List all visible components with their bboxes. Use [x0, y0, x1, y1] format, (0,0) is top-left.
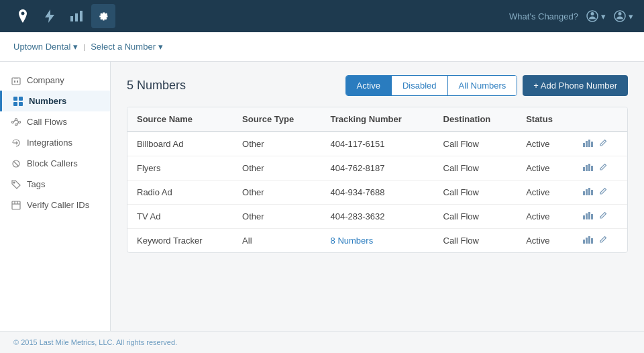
svg-line-18: [17, 119, 19, 122]
svg-rect-5: [12, 78, 20, 85]
numbers-table: Source Name Source Type Tracking Number …: [127, 107, 628, 253]
svg-rect-44: [583, 240, 585, 244]
source-name-cell: Billboard Ad: [127, 132, 233, 156]
source-type-cell: Other: [233, 132, 321, 156]
sidebar-item-tags[interactable]: Tags: [0, 174, 110, 195]
source-type-cell: Other: [233, 205, 321, 229]
bar-chart-icon[interactable]: [64, 4, 89, 28]
sidebar-item-company[interactable]: Company: [0, 70, 110, 91]
gear-icon[interactable]: [91, 4, 115, 28]
svg-rect-41: [586, 213, 588, 219]
header-controls: Active Disabled All Numbers + Add Phone …: [345, 75, 628, 96]
numbers-icon: [13, 97, 23, 106]
stats-icon[interactable]: [583, 187, 594, 197]
sidebar-item-block-callers[interactable]: Block Callers: [0, 153, 110, 174]
tab-disabled[interactable]: Disabled: [392, 76, 448, 95]
actions-cell: [574, 156, 627, 181]
numbers-header: 5 Numbers Active Disabled All Numbers + …: [127, 75, 628, 96]
bolt-icon[interactable]: [38, 4, 62, 28]
edit-icon[interactable]: [599, 139, 607, 149]
edit-icon[interactable]: [599, 236, 607, 246]
source-name-cell: TV Ad: [127, 205, 233, 229]
col-source-type: Source Type: [233, 107, 321, 132]
actions-cell: [574, 132, 627, 156]
top-nav: What's Changed? ▾ ▾: [0, 0, 644, 32]
stats-icon[interactable]: [583, 236, 594, 246]
col-source-name: Source Name: [127, 107, 233, 132]
stats-icon[interactable]: [583, 163, 594, 173]
whats-changed-link[interactable]: What's Changed?: [509, 11, 578, 21]
table-row: Flyers Other 404-762-8187 Call Flow Acti…: [127, 156, 627, 181]
svg-rect-2: [80, 11, 83, 21]
tab-active[interactable]: Active: [346, 76, 392, 95]
source-type-cell: Other: [233, 181, 321, 205]
col-actions: [574, 107, 627, 132]
sidebar-label-verify-caller-ids: Verify Caller IDs: [27, 200, 89, 210]
sidebar-label-tags: Tags: [27, 179, 45, 189]
destination-cell: Call Flow: [434, 156, 517, 181]
destination-cell: Call Flow: [434, 205, 517, 229]
tracking-number-cell: 404-283-3632: [321, 205, 434, 229]
edit-icon[interactable]: [599, 163, 607, 173]
destination-cell: Call Flow: [434, 229, 517, 253]
settings-btn[interactable]: ▾: [586, 10, 606, 22]
source-type-cell: All: [233, 229, 321, 253]
svg-point-16: [15, 123, 17, 125]
svg-rect-1: [75, 13, 78, 21]
table-row: Radio Ad Other 404-934-7688 Call Flow Ac…: [127, 181, 627, 205]
breadcrumb: Uptown Dental ▾ | Select a Number ▾: [0, 32, 644, 62]
svg-rect-35: [591, 166, 593, 171]
table-row: TV Ad Other 404-283-3632 Call Flow Activ…: [127, 205, 627, 229]
integrations-icon: [11, 138, 21, 148]
tab-all-numbers[interactable]: All Numbers: [448, 76, 517, 95]
svg-rect-46: [588, 236, 590, 244]
sidebar-item-call-flows[interactable]: Call Flows: [0, 111, 110, 132]
svg-rect-38: [588, 188, 590, 195]
stats-icon[interactable]: [583, 139, 594, 149]
number-selector[interactable]: Select a Number ▾: [91, 42, 163, 52]
account-selector[interactable]: Uptown Dental ▾: [13, 42, 78, 52]
copyright: © 2015 Last Mile Metrics, LLC. All right…: [13, 338, 177, 346]
svg-rect-45: [586, 238, 588, 244]
source-name-cell: Flyers: [127, 156, 233, 181]
actions-cell: [574, 205, 627, 229]
sidebar-item-verify-caller-ids[interactable]: Verify Caller IDs: [0, 195, 110, 215]
svg-point-14: [15, 118, 17, 120]
sidebar-item-integrations[interactable]: Integrations: [0, 132, 110, 153]
table-row: Billboard Ad Other 404-117-6151 Call Flo…: [127, 132, 627, 156]
sidebar-label-company: Company: [27, 75, 64, 85]
content-area: 5 Numbers Active Disabled All Numbers + …: [111, 62, 644, 353]
tracking-number-cell: 404-934-7688: [321, 181, 434, 205]
select-number-label: Select a Number: [91, 42, 156, 52]
status-cell: Active: [517, 181, 574, 205]
tags-icon: [11, 180, 21, 189]
svg-rect-43: [591, 214, 593, 219]
sidebar-label-block-callers: Block Callers: [27, 158, 78, 168]
tracking-number-link[interactable]: 8 Numbers: [331, 236, 374, 246]
status-cell: Active: [517, 229, 574, 253]
user-btn[interactable]: ▾: [614, 10, 633, 22]
svg-rect-0: [70, 16, 73, 21]
numbers-count: 5 Numbers: [127, 79, 186, 93]
chevron-down-number: ▾: [158, 42, 163, 52]
svg-line-17: [14, 119, 15, 122]
actions-cell: [574, 229, 627, 253]
nav-right: What's Changed? ▾ ▾: [509, 10, 633, 22]
add-phone-number-button[interactable]: + Add Phone Number: [523, 75, 628, 96]
edit-icon[interactable]: [599, 187, 607, 197]
svg-rect-37: [586, 189, 588, 195]
sidebar: Company Numbers Call Flows Integrations …: [0, 62, 111, 353]
sidebar-item-numbers[interactable]: Numbers: [0, 91, 110, 111]
breadcrumb-separator: |: [83, 43, 85, 51]
pin-icon[interactable]: [11, 4, 35, 28]
edit-icon[interactable]: [599, 211, 607, 221]
chevron-down-icon: ▾: [601, 11, 606, 21]
stats-icon[interactable]: [583, 211, 594, 221]
destination-cell: Call Flow: [434, 132, 517, 156]
svg-rect-11: [13, 102, 17, 106]
sidebar-label-numbers: Numbers: [29, 96, 66, 106]
status-cell: Active: [517, 205, 574, 229]
verify-caller-ids-icon: [11, 201, 21, 210]
svg-line-19: [17, 122, 19, 125]
tracking-number-cell: 8 Numbers: [321, 229, 434, 253]
